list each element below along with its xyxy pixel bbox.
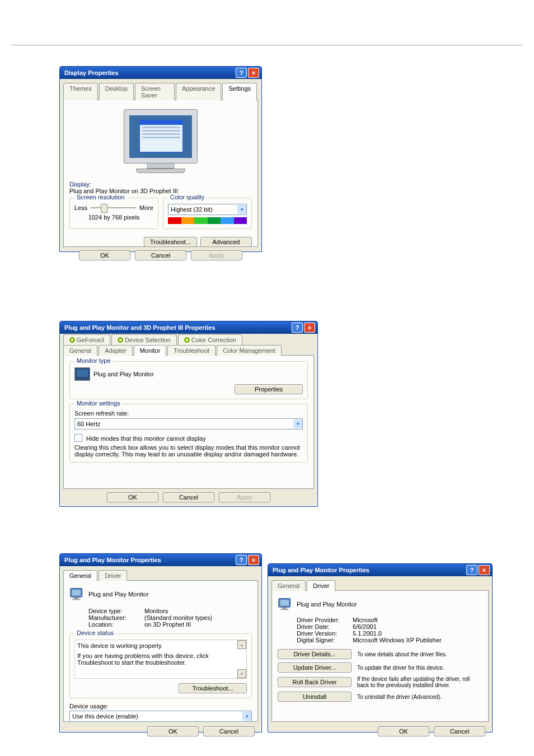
titlebar[interactable]: Plug and Play Monitor Properties ? × — [60, 554, 261, 566]
advanced-monitor-dialog: Plug and Play Monitor and 3D Prophet III… — [59, 321, 318, 507]
ok-button[interactable]: OK — [107, 492, 158, 502]
tab-monitor[interactable]: Monitor — [134, 345, 167, 356]
tabs: General Driver — [271, 580, 489, 591]
tab-desktop[interactable]: Desktop — [99, 83, 134, 100]
svg-rect-8 — [74, 597, 78, 599]
monitor-device-icon — [69, 586, 85, 602]
cancel-button[interactable]: Cancel — [135, 250, 186, 260]
help-button[interactable]: ? — [236, 68, 247, 78]
help-button[interactable]: ? — [466, 565, 477, 575]
tab-color-correction[interactable]: Color Correction — [178, 334, 242, 345]
slider-thumb[interactable] — [101, 204, 107, 213]
apply-button[interactable]: Apply — [219, 492, 270, 502]
rollback-driver-button[interactable]: Roll Back Driver — [278, 677, 352, 687]
tab-themes[interactable]: Themes — [63, 83, 98, 100]
properties-button[interactable]: Properties — [235, 384, 303, 394]
close-button[interactable]: × — [248, 555, 259, 565]
manufacturer-value: (Standard monitor types) — [144, 614, 212, 621]
tab-settings[interactable]: Settings — [222, 83, 257, 100]
tabs: Themes Desktop Screen Saver Appearance S… — [63, 82, 258, 100]
display-properties-dialog: Display Properties ? × Themes Desktop Sc… — [59, 66, 262, 252]
apply-button[interactable]: Apply — [191, 250, 242, 260]
digital-signer-label: Digital Signer: — [297, 637, 353, 643]
monitor-preview — [69, 106, 252, 181]
chevron-down-icon[interactable]: ▾ — [242, 712, 251, 721]
nvidia-icon — [69, 337, 75, 343]
uninstall-driver-button[interactable]: Uninstall — [278, 692, 352, 702]
refresh-rate-dropdown[interactable]: 60 Hertz ▾ — [74, 418, 303, 430]
tab-general[interactable]: General — [63, 345, 97, 356]
driver-date-value: 6/6/2001 — [353, 623, 377, 630]
close-button[interactable]: × — [304, 323, 315, 333]
tab-troubleshoot[interactable]: Troubleshoot — [167, 345, 216, 356]
tab-color-management[interactable]: Color Management — [217, 345, 282, 356]
monitor-type-legend: Monitor type — [74, 357, 113, 364]
driver-details-desc: To view details about the driver files. — [357, 651, 447, 657]
title-text: Plug and Play Monitor and 3D Prophet III… — [62, 324, 291, 331]
monitor-pane: Monitor type Plug and Play Monitor Prope… — [63, 356, 314, 489]
title-text: Plug and Play Monitor Properties — [270, 567, 465, 573]
resolution-slider[interactable]: Less More — [74, 204, 153, 212]
ok-button[interactable]: OK — [147, 726, 199, 736]
tab-device-selection[interactable]: Device Selection — [111, 334, 177, 345]
driver-details-button[interactable]: Driver Details... — [278, 649, 352, 659]
ok-button[interactable]: OK — [378, 726, 429, 736]
cancel-button[interactable]: Cancel — [434, 726, 485, 736]
tab-adapter[interactable]: Adapter — [99, 345, 133, 356]
device-type-value: Monitors — [144, 608, 168, 614]
close-button[interactable]: × — [248, 68, 259, 78]
device-status-legend: Device status — [74, 629, 116, 636]
tabs-row1: GeForce3 Device Selection Color Correcti… — [63, 334, 314, 344]
status-help-text: If you are having problems with this dev… — [77, 652, 244, 666]
color-quality-dropdown[interactable]: Highest (32 bit) ▾ — [168, 204, 247, 215]
cancel-button[interactable]: Cancel — [203, 726, 255, 736]
tab-general[interactable]: General — [271, 580, 306, 591]
device-usage-dropdown[interactable]: Use this device (enable) ▾ — [69, 711, 252, 722]
resolution-value: 1024 by 768 pixels — [74, 214, 153, 221]
driver-date-label: Driver Date: — [297, 623, 353, 630]
driver-provider-label: Driver Provider: — [297, 617, 353, 623]
update-driver-button[interactable]: Update Driver... — [278, 662, 352, 673]
svg-rect-12 — [283, 607, 287, 609]
hide-modes-row[interactable]: Hide modes that this monitor cannot disp… — [74, 434, 303, 442]
titlebar[interactable]: Plug and Play Monitor Properties ? × — [268, 564, 492, 576]
color-spectrum-bar — [168, 217, 247, 224]
troubleshoot-button[interactable]: Troubleshoot... — [179, 683, 247, 693]
device-usage-label: Device usage: — [69, 703, 252, 710]
rollback-driver-desc: If the device fails after updating the d… — [357, 676, 483, 688]
svg-rect-11 — [280, 600, 289, 606]
pnp-driver-dialog: Plug and Play Monitor Properties ? × Gen… — [268, 563, 493, 732]
cancel-button[interactable]: Cancel — [163, 492, 214, 502]
driver-version-value: 5.1.2001.0 — [353, 630, 382, 637]
hide-modes-checkbox[interactable] — [74, 434, 82, 442]
svg-rect-9 — [72, 599, 80, 600]
tab-driver[interactable]: Driver — [307, 580, 335, 591]
tab-appearance[interactable]: Appearance — [176, 83, 221, 100]
troubleshoot-button[interactable]: Troubleshoot... — [144, 237, 197, 247]
slider-less: Less — [74, 204, 87, 211]
chevron-down-icon[interactable]: ▾ — [293, 419, 302, 428]
svg-point-1 — [71, 339, 73, 341]
tab-driver[interactable]: Driver — [99, 570, 127, 581]
color-quality-value: Highest (32 bit) — [168, 206, 237, 213]
tab-general[interactable]: General — [63, 570, 97, 581]
help-button[interactable]: ? — [236, 555, 247, 565]
pnp-general-dialog: Plug and Play Monitor Properties ? × Gen… — [59, 553, 262, 732]
tab-screen-saver[interactable]: Screen Saver — [135, 83, 175, 100]
close-button[interactable]: × — [479, 565, 490, 575]
ok-button[interactable]: OK — [79, 250, 130, 260]
title-text: Display Properties — [62, 69, 235, 76]
titlebar[interactable]: Display Properties ? × — [60, 67, 261, 79]
help-button[interactable]: ? — [292, 323, 303, 333]
chevron-down-icon[interactable]: ▾ — [237, 205, 246, 214]
scroll-up-button[interactable]: ▴ — [237, 640, 246, 649]
scroll-down-button[interactable]: ▾ — [237, 669, 246, 678]
tab-geforce3[interactable]: GeForce3 — [63, 334, 110, 345]
screen-resolution-legend: Screen resolution — [74, 194, 127, 200]
location-value: on 3D Prophet III — [144, 621, 191, 628]
advanced-button[interactable]: Advanced — [200, 237, 252, 247]
hide-modes-desc: Clearing this check box allows you to se… — [74, 444, 303, 458]
display-label: Display: — [69, 181, 252, 188]
titlebar[interactable]: Plug and Play Monitor and 3D Prophet III… — [60, 321, 317, 334]
general-pane: Plug and Play Monitor Device type:Monito… — [63, 581, 258, 722]
